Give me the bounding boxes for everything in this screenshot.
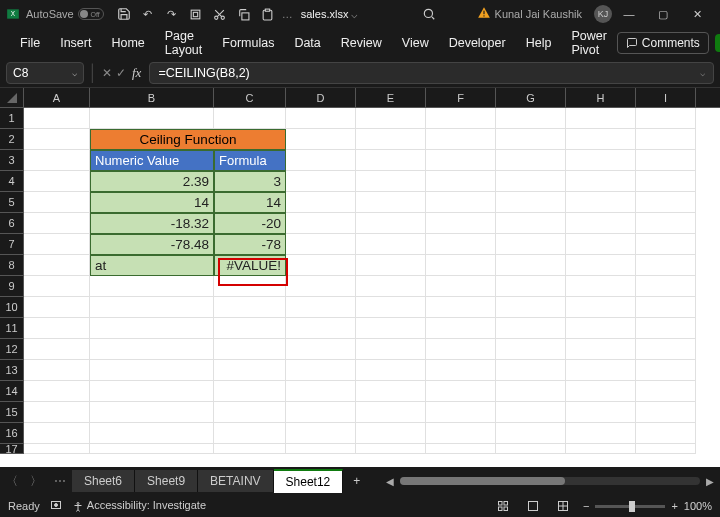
account-name[interactable]: Kunal Jai Kaushik [495, 8, 582, 20]
tab-data[interactable]: Data [284, 36, 330, 50]
cell[interactable] [24, 318, 90, 339]
row-header[interactable]: 11 [0, 318, 24, 339]
cell[interactable] [214, 339, 286, 360]
cell[interactable] [636, 297, 696, 318]
cell-b7[interactable]: -78.48 [90, 234, 214, 255]
cell[interactable] [426, 381, 496, 402]
table-title-cell[interactable]: Ceiling Function [90, 129, 286, 150]
cell[interactable] [356, 255, 426, 276]
cell[interactable] [24, 276, 90, 297]
cell[interactable] [636, 339, 696, 360]
cell[interactable] [496, 129, 566, 150]
paste-icon[interactable] [260, 6, 276, 22]
cell[interactable] [90, 276, 214, 297]
sheet-nav-more-icon[interactable]: ⋯ [48, 474, 72, 488]
cell[interactable] [636, 129, 696, 150]
touch-mode-icon[interactable] [188, 6, 204, 22]
accessibility-status[interactable]: Accessibility: Investigate [72, 499, 206, 512]
cell[interactable] [566, 423, 636, 444]
undo-icon[interactable]: ↶ [140, 6, 156, 22]
warning-icon[interactable] [477, 6, 491, 22]
cell-c8[interactable]: #VALUE! [214, 255, 286, 276]
hscroll-thumb[interactable] [400, 477, 565, 485]
cell[interactable] [286, 213, 356, 234]
col-header-f[interactable]: F [426, 88, 496, 107]
cell[interactable] [496, 171, 566, 192]
cell[interactable] [566, 234, 636, 255]
cell[interactable] [24, 171, 90, 192]
cell-c6[interactable]: -20 [214, 213, 286, 234]
row-header[interactable]: 7 [0, 234, 24, 255]
grid-rows[interactable]: 1 2Ceiling Function 3Numeric ValueFormul… [0, 108, 720, 483]
add-sheet-button[interactable]: + [343, 474, 370, 488]
cell[interactable] [636, 318, 696, 339]
save-icon[interactable] [116, 6, 132, 22]
cell[interactable] [496, 108, 566, 129]
cell[interactable] [286, 318, 356, 339]
cell[interactable] [566, 444, 636, 454]
cell[interactable] [636, 360, 696, 381]
sheet-tab-sheet9[interactable]: Sheet9 [135, 470, 198, 492]
cell[interactable] [24, 360, 90, 381]
row-header[interactable]: 12 [0, 339, 24, 360]
cell[interactable] [24, 381, 90, 402]
tab-insert[interactable]: Insert [50, 36, 101, 50]
cell[interactable] [636, 381, 696, 402]
cell[interactable] [24, 255, 90, 276]
cell-c7[interactable]: -78 [214, 234, 286, 255]
cell[interactable] [426, 444, 496, 454]
cell[interactable] [356, 423, 426, 444]
tab-formulas[interactable]: Formulas [212, 36, 284, 50]
cell[interactable] [566, 171, 636, 192]
cell[interactable] [426, 234, 496, 255]
cell[interactable] [426, 423, 496, 444]
header-numeric-value[interactable]: Numeric Value [90, 150, 214, 171]
row-header[interactable]: 5 [0, 192, 24, 213]
row-header[interactable]: 4 [0, 171, 24, 192]
sheet-nav-next-icon[interactable]: 〉 [24, 473, 48, 490]
page-break-view-icon[interactable] [553, 499, 573, 513]
copy-icon[interactable] [236, 6, 252, 22]
tab-file[interactable]: File [10, 36, 50, 50]
cell[interactable] [286, 276, 356, 297]
cell[interactable] [496, 381, 566, 402]
search-icon[interactable] [421, 6, 437, 22]
cell[interactable] [286, 234, 356, 255]
cell[interactable] [496, 360, 566, 381]
row-header[interactable]: 2 [0, 129, 24, 150]
cell[interactable] [566, 150, 636, 171]
row-header[interactable]: 14 [0, 381, 24, 402]
sheet-tab-sheet12[interactable]: Sheet12 [274, 469, 344, 493]
cell[interactable] [214, 381, 286, 402]
cell[interactable] [24, 402, 90, 423]
cell[interactable] [286, 423, 356, 444]
cut-icon[interactable] [212, 6, 228, 22]
cell[interactable] [426, 318, 496, 339]
cell[interactable] [496, 276, 566, 297]
cell[interactable] [426, 192, 496, 213]
sheet-tab-betainv[interactable]: BETAINV [198, 470, 273, 492]
cell[interactable] [496, 192, 566, 213]
col-header-e[interactable]: E [356, 88, 426, 107]
tab-power-pivot[interactable]: Power Pivot [561, 29, 616, 57]
cell[interactable] [214, 360, 286, 381]
autosave-control[interactable]: AutoSave Off [26, 8, 104, 20]
cell[interactable] [566, 276, 636, 297]
filename-chevron-icon[interactable]: ⌵ [351, 8, 358, 21]
cell[interactable] [356, 381, 426, 402]
cell[interactable] [356, 108, 426, 129]
cell[interactable] [286, 108, 356, 129]
cell[interactable] [426, 129, 496, 150]
cell[interactable] [356, 339, 426, 360]
cell[interactable] [496, 213, 566, 234]
fx-icon[interactable]: fx [132, 65, 141, 81]
cell[interactable] [214, 444, 286, 454]
maximize-button[interactable]: ▢ [646, 0, 680, 28]
row-header[interactable]: 10 [0, 297, 24, 318]
chevron-down-icon[interactable]: ⌵ [72, 68, 77, 78]
cell[interactable] [426, 213, 496, 234]
tab-page-layout[interactable]: Page Layout [155, 29, 213, 57]
cell[interactable] [356, 213, 426, 234]
normal-view-icon[interactable] [493, 499, 513, 513]
cell[interactable] [90, 360, 214, 381]
